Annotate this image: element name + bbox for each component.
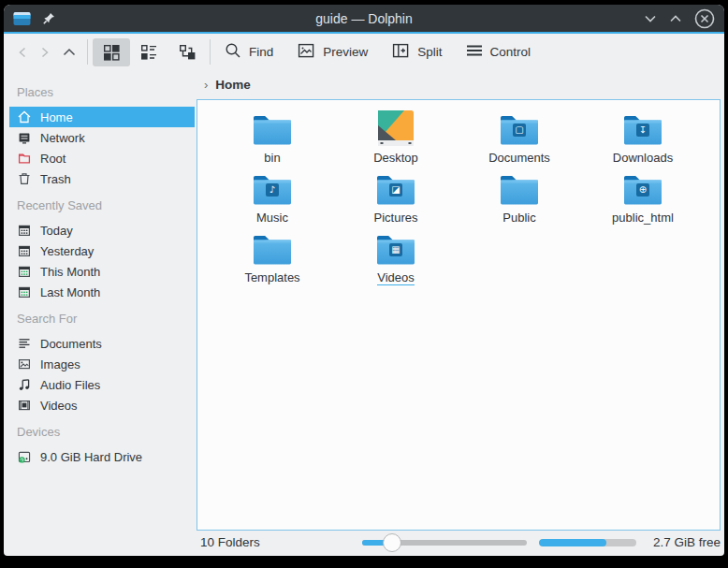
preview-button[interactable]: Preview <box>287 38 376 66</box>
home-icon <box>17 109 32 124</box>
folder-icon: ↧ <box>621 109 664 147</box>
toolbar: Find Preview Split Control <box>4 34 724 70</box>
breadcrumb-home[interactable]: Home <box>215 78 251 92</box>
network-icon <box>17 130 32 145</box>
dolphin-window: guide — Dolphin Find Preview Split <box>4 5 724 556</box>
folder-icon: ◪ <box>374 169 417 207</box>
document-lines-icon <box>17 336 32 351</box>
find-label: Find <box>249 45 273 59</box>
folder-item-templates[interactable]: Templates <box>211 229 334 289</box>
calendar-green-icon <box>17 284 32 299</box>
folder-label: Templates <box>244 270 299 284</box>
folder-label: Music <box>256 211 288 225</box>
desktop-icon <box>377 109 415 147</box>
folder-item-pictures[interactable]: ◪ Pictures <box>334 169 458 229</box>
details-view-button[interactable] <box>130 38 167 66</box>
folder-icon <box>251 109 294 147</box>
titlebar[interactable]: guide — Dolphin <box>4 5 724 32</box>
sidebar-item-images[interactable]: Images <box>4 354 195 374</box>
control-button[interactable]: Control <box>457 38 540 66</box>
sidebar-item-yesterday[interactable]: Yesterday <box>4 240 195 261</box>
split-label: Split <box>417 45 442 59</box>
up-button[interactable] <box>56 38 82 66</box>
calendar-icon <box>17 223 32 238</box>
folder-item-documents[interactable]: ▢ Documents <box>458 109 581 169</box>
back-button[interactable] <box>11 38 34 66</box>
preview-label: Preview <box>323 45 368 59</box>
zoom-slider[interactable] <box>362 532 527 553</box>
hamburger-icon <box>465 42 484 62</box>
sidebar-item-network[interactable]: Network <box>4 127 195 148</box>
music-emblem: ♪ <box>266 183 279 197</box>
sidebar-item-audio-files[interactable]: Audio Files <box>4 374 195 395</box>
trash-icon <box>17 171 32 186</box>
items-count: 10 Folders <box>200 535 260 549</box>
folder-icon <box>251 229 294 267</box>
folder-label: Pictures <box>374 211 418 225</box>
folder-label: Documents <box>488 151 550 165</box>
maximize-button[interactable] <box>669 14 682 23</box>
sidebar-item-9-0-gib-hard-drive[interactable]: 9.0 GiB Hard Drive <box>4 446 195 467</box>
sidebar-item-trash[interactable]: Trash <box>4 168 195 189</box>
sidebar-item-today[interactable]: Today <box>4 220 195 240</box>
sidebar-item-documents[interactable]: Documents <box>4 333 195 354</box>
folder-item-music[interactable]: ♪ Music <box>211 169 334 229</box>
folder-item-bin[interactable]: bin <box>211 109 334 169</box>
folder-item-videos[interactable]: ▦ Videos <box>334 229 458 289</box>
calendar-green-icon <box>17 264 32 279</box>
toolbar-separator <box>87 39 88 65</box>
find-button[interactable]: Find <box>215 38 282 66</box>
red-folder-icon <box>17 151 32 166</box>
folder-label: Desktop <box>373 151 418 165</box>
sidebar-item-home[interactable]: Home <box>9 107 195 127</box>
close-button[interactable] <box>694 8 715 29</box>
image-icon <box>17 357 32 371</box>
harddrive-icon <box>17 449 32 464</box>
calendar-icon <box>17 243 32 258</box>
sidebar-item-videos[interactable]: Videos <box>4 395 195 415</box>
sidebar-section-header: Search For <box>4 302 195 333</box>
film-emblem: ▦ <box>389 243 402 256</box>
folder-item-public[interactable]: Public <box>458 169 581 229</box>
folder-view[interactable]: bin Desktop ▢ Documents ↧ Downloads ♪ Mu… <box>197 99 721 531</box>
folder-item-downloads[interactable]: ↧ Downloads <box>581 109 705 169</box>
folder-icon: ▢ <box>498 109 541 147</box>
preview-icon <box>296 41 316 63</box>
folder-label: Videos <box>377 270 415 285</box>
window-title: guide — Dolphin <box>4 11 724 26</box>
tree-view-button[interactable] <box>167 38 205 66</box>
folder-label: Downloads <box>613 151 673 165</box>
pin-icon[interactable] <box>42 11 56 25</box>
picture-emblem: ◪ <box>389 183 402 197</box>
split-icon <box>390 41 411 63</box>
music-note-icon <box>17 377 32 392</box>
dolphin-app-icon[interactable] <box>13 11 31 26</box>
folder-item-public-html[interactable]: ⊕ public_html <box>581 169 705 229</box>
toolbar-separator <box>210 39 211 65</box>
breadcrumb: › Home <box>195 70 724 99</box>
sidebar-item-root[interactable]: Root <box>4 148 195 168</box>
minimize-button[interactable] <box>644 14 657 23</box>
sidebar-section-header: Devices <box>4 415 195 446</box>
sidebar-section-header: Places <box>4 76 195 107</box>
film-icon <box>17 398 32 413</box>
magnifier-icon <box>224 41 242 63</box>
folder-label: bin <box>264 151 280 165</box>
places-panel: Places Home Network Root Trash Recently … <box>4 70 195 556</box>
folder-label: Public <box>502 211 535 225</box>
folder-icon: ⊕ <box>621 169 664 207</box>
folder-icon <box>498 169 541 207</box>
breadcrumb-chevron-icon[interactable]: › <box>204 78 208 92</box>
sidebar-item-this-month[interactable]: This Month <box>4 261 195 282</box>
zoom-slider-handle[interactable] <box>383 533 401 552</box>
folder-label: public_html <box>612 211 674 225</box>
globe-emblem: ⊕ <box>636 183 649 197</box>
statusbar: 10 Folders 2.7 GiB free <box>195 531 724 556</box>
folder-item-desktop[interactable]: Desktop <box>334 109 458 169</box>
split-button[interactable]: Split <box>382 38 450 66</box>
forward-button[interactable] <box>34 38 56 66</box>
sidebar-item-last-month[interactable]: Last Month <box>4 282 195 302</box>
icons-view-button[interactable] <box>93 38 130 66</box>
disk-usage-bar <box>539 539 636 546</box>
document-emblem: ▢ <box>513 124 526 137</box>
